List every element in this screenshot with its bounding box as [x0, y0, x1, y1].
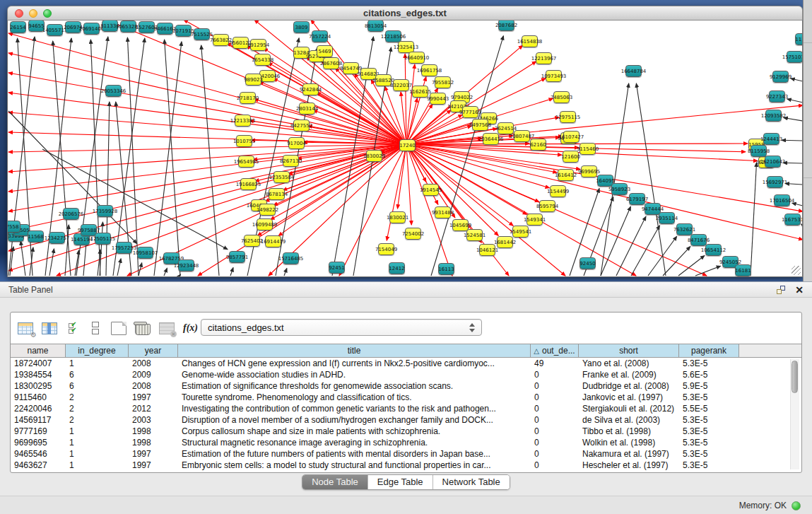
graph-node[interactable]: 1498222	[259, 204, 276, 216]
graph-node[interactable]: 8912954	[250, 39, 266, 51]
table-cell[interactable]: 0	[531, 438, 579, 448]
graph-node[interactable]: 8115958	[751, 145, 767, 157]
table-cell[interactable]: 2008	[129, 358, 178, 368]
graph-node[interactable]: 26154	[10, 21, 26, 33]
delete-icon[interactable]	[135, 324, 151, 335]
graph-node[interactable]: 1830029	[366, 150, 382, 162]
graph-node[interactable]: 7632621	[676, 223, 693, 235]
graph-node[interactable]: 1549341	[526, 214, 543, 226]
table-cell[interactable]: 6	[66, 381, 129, 391]
column-header-in_degree[interactable]: in_degree	[66, 344, 129, 357]
graph-node[interactable]: 11568	[28, 230, 44, 243]
table-cell[interactable]: Estimation of the future numbers of pati…	[178, 449, 531, 459]
graph-node[interactable]: 12353584	[273, 171, 290, 183]
graph-node[interactable]: 9129969	[772, 71, 789, 83]
graph-node[interactable]: 20691406	[83, 23, 100, 35]
graph-node[interactable]: 1010755	[236, 135, 252, 147]
graph-node[interactable]: 16107427	[563, 131, 579, 143]
graph-node[interactable]: 16113	[438, 263, 454, 275]
table-cell[interactable]: Tibbo et al. (1998)	[579, 426, 679, 436]
table-cell[interactable]: Genome-wide association studies in ADHD.	[178, 370, 531, 380]
graph-node[interactable]: 15692971	[767, 176, 783, 188]
graph-node[interactable]: 94655	[28, 21, 45, 32]
graph-node[interactable]: 10653287	[120, 21, 136, 33]
graph-node[interactable]: 16961758	[421, 64, 437, 76]
table-cell[interactable]: 1997	[129, 392, 178, 402]
zoom-window-icon[interactable]	[43, 9, 52, 18]
table-cell[interactable]: 5.3E-5	[679, 460, 739, 470]
graph-node[interactable]: 19166825	[240, 178, 257, 190]
table-cell[interactable]: 0	[531, 426, 579, 436]
table-row[interactable]: 1872400712008Changes of HCN gene express…	[11, 358, 801, 369]
graph-node[interactable]: 917004	[288, 137, 305, 149]
minimize-window-icon[interactable]	[29, 9, 37, 18]
table-scrollbar[interactable]	[790, 359, 799, 469]
graph-node[interactable]: 14055713	[47, 24, 63, 36]
graph-node[interactable]: 15751074	[787, 51, 803, 63]
graph-node[interactable]: 8471676	[690, 234, 707, 246]
graph-node[interactable]: 12213383	[235, 115, 251, 127]
graph-node[interactable]: 9931488	[435, 206, 451, 218]
table-cell[interactable]: 0	[531, 370, 579, 380]
graph-node[interactable]: 1588520	[375, 74, 392, 86]
close-window-icon[interactable]	[15, 9, 23, 18]
table-cell[interactable]: 9463627	[11, 460, 66, 470]
graph-node[interactable]: 20053346	[105, 85, 122, 97]
table-cell[interactable]: Corpus callosum shape and size in male p…	[178, 426, 531, 436]
graph-node[interactable]: 1616412	[558, 169, 574, 181]
table-row[interactable]: 969969511998Structural magnetic resonanc…	[11, 437, 801, 448]
table-cell[interactable]: 2	[66, 392, 129, 402]
table-cell[interactable]: 0	[531, 381, 579, 391]
graph-node[interactable]: 2803144	[299, 103, 315, 115]
table-cell[interactable]: Changes of HCN gene expression and I(f) …	[178, 358, 531, 368]
tab-network-table[interactable]: Network Table	[433, 475, 510, 489]
graph-node[interactable]: 206974	[65, 21, 81, 33]
graph-node[interactable]: 1244413	[763, 133, 779, 145]
graph-node[interactable]: 8813054	[367, 21, 384, 32]
table-cell[interactable]: 18724007	[11, 358, 66, 368]
close-panel-icon[interactable]	[795, 286, 804, 294]
graph-node[interactable]: 9990443	[430, 93, 446, 105]
graph-node[interactable]: 12923448	[178, 259, 194, 271]
table-cell[interactable]: 5.3E-5	[679, 358, 739, 368]
select-all-rows-icon[interactable]	[66, 323, 80, 334]
graph-node[interactable]: 12412	[389, 262, 405, 274]
graph-node[interactable]: 16181	[735, 264, 751, 276]
graph-node[interactable]: 1154499	[550, 185, 566, 197]
graph-node[interactable]: 9466161	[157, 23, 173, 35]
table-cell[interactable]: 5.3E-5	[679, 415, 739, 425]
network-window[interactable]: citations_edges.txt 17240261549465514055…	[7, 6, 803, 277]
column-header-short[interactable]: short	[579, 344, 679, 357]
function-builder-icon[interactable]: f(x)	[183, 322, 198, 334]
table-cell[interactable]: 9115460	[11, 392, 66, 402]
table-cell[interactable]: Stergiakouli et al. (2012)	[579, 404, 679, 414]
table-cell[interactable]: 5.3E-5	[679, 438, 739, 448]
graph-node[interactable]: 989023	[245, 74, 261, 86]
graph-node[interactable]: 1549541	[512, 226, 529, 238]
table-cell[interactable]: Yano et al. (2008)	[579, 358, 679, 368]
show-columns-icon[interactable]	[42, 322, 57, 334]
new-file-icon[interactable]	[111, 322, 126, 335]
graph-node[interactable]: 92451	[329, 262, 345, 274]
table-cell[interactable]: Investigating the contribution of common…	[178, 404, 531, 414]
column-header-out_de[interactable]: △out_de...	[531, 344, 579, 357]
graph-node[interactable]: 8427552	[293, 119, 310, 132]
table-cell[interactable]: 5.3E-5	[679, 392, 739, 402]
graph-node[interactable]: 2935114	[659, 212, 675, 224]
graph-node[interactable]: 12213967	[536, 52, 552, 64]
table-scrollbar-thumb[interactable]	[792, 361, 798, 393]
graph-node[interactable]: 7558	[7, 221, 20, 233]
column-header-year[interactable]: year	[129, 344, 178, 357]
graph-node[interactable]: 1654338	[254, 54, 271, 66]
table-row[interactable]: 946554611997Estimation of the future num…	[11, 448, 801, 460]
graph-node[interactable]: 7515525	[194, 28, 210, 40]
graph-node[interactable]: 1681442	[497, 236, 513, 248]
graph-node[interactable]: 12342757	[49, 232, 65, 244]
table-cell[interactable]: 18300295	[11, 381, 66, 391]
table-cell[interactable]: 0	[531, 460, 579, 470]
graph-node[interactable]: 8322037	[393, 79, 409, 91]
graph-node[interactable]: 8678134	[269, 188, 285, 200]
graph-node[interactable]: 7254002	[405, 228, 421, 240]
table-cell[interactable]: 6	[66, 370, 129, 380]
graph-node[interactable]: 7955812	[435, 76, 451, 88]
